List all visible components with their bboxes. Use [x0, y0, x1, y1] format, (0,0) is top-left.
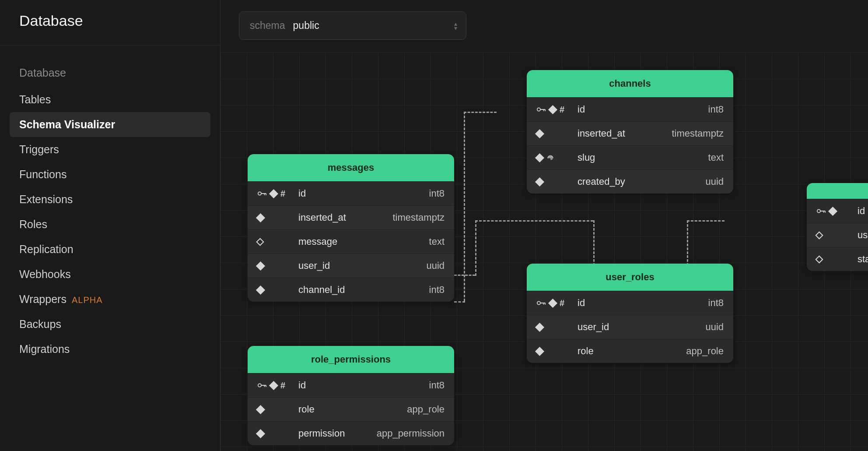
schema-selector[interactable]: schema public ▴▾	[239, 11, 466, 40]
column-type: text	[708, 152, 724, 163]
sidebar-item-label: Wrappers	[19, 293, 66, 306]
table-column-row[interactable]: user_iduuid	[248, 254, 454, 278]
table-card-messages[interactable]: messages#idint8inserted_attimestamptzmes…	[248, 154, 454, 302]
sidebar-item-webhooks[interactable]: Webhooks	[10, 262, 210, 287]
column-name: channel_id	[298, 284, 423, 296]
column-icons	[536, 324, 571, 331]
sidebar-item-schema-visualizer[interactable]: Schema Visualizer	[10, 112, 210, 137]
column-type: timestamptz	[672, 128, 724, 139]
not-null-icon	[257, 430, 264, 437]
column-type: timestamptz	[392, 212, 444, 223]
sidebar-item-functions[interactable]: Functions	[10, 162, 210, 187]
alpha-badge: ALPHA	[72, 295, 103, 305]
sidebar-item-backups[interactable]: Backups	[10, 312, 210, 337]
sidebar-item-label: Webhooks	[19, 268, 71, 281]
column-name: message	[298, 236, 423, 247]
column-icons	[257, 430, 292, 437]
nullable-icon	[816, 233, 822, 238]
table-column-row[interactable]: user_iduuid	[527, 315, 733, 339]
table-column-row[interactable]: inserted_attimestamptz	[248, 205, 454, 229]
unique-icon	[546, 154, 554, 162]
column-type: app_role	[686, 345, 724, 357]
sidebar-item-roles[interactable]: Roles	[10, 212, 210, 237]
chevron-up-down-icon: ▴▾	[454, 22, 457, 30]
edge	[464, 112, 497, 113]
column-type: text	[429, 236, 444, 247]
schema-canvas-wrap: schema public ▴▾	[220, 0, 868, 451]
sidebar-section-header: Database	[10, 60, 210, 87]
table-card-header[interactable]: role_permissions	[248, 346, 454, 373]
primary-key-icon	[257, 382, 267, 388]
sidebar-item-triggers[interactable]: Triggers	[10, 137, 210, 162]
table-card-users-partial[interactable]: idusesta	[807, 183, 868, 271]
table-card-channels[interactable]: channels#idint8inserted_attimestamptzslu…	[527, 70, 733, 194]
schema-canvas[interactable]: messages#idint8inserted_attimestamptzmes…	[220, 0, 868, 451]
table-card-user-roles[interactable]: user_roles#idint8user_iduuidroleapp_role	[527, 264, 733, 363]
not-null-icon	[257, 287, 264, 293]
table-column-row[interactable]: messagetext	[248, 229, 454, 254]
primary-key-icon	[816, 208, 826, 214]
table-column-row[interactable]: id	[807, 199, 868, 223]
column-type: int8	[708, 297, 724, 309]
column-type: uuid	[426, 260, 444, 271]
svg-point-0	[258, 192, 261, 195]
column-type: uuid	[705, 176, 724, 187]
column-icons	[816, 233, 851, 238]
column-name: inserted_at	[298, 212, 386, 223]
table-column-row[interactable]: permissionapp_permission	[248, 421, 454, 445]
identity-icon: #	[280, 189, 285, 199]
column-name: user_id	[578, 321, 699, 333]
table-card-role-permissions[interactable]: role_permissions#idint8roleapp_rolepermi…	[248, 346, 454, 445]
table-column-row[interactable]: roleapp_role	[248, 397, 454, 421]
not-null-icon	[830, 208, 836, 215]
table-card-header[interactable]	[807, 183, 868, 199]
not-null-icon	[536, 348, 543, 355]
table-column-row[interactable]: #idint8	[527, 97, 733, 121]
identity-icon: #	[560, 298, 564, 308]
column-name: sta	[858, 254, 868, 265]
not-null-icon	[257, 215, 264, 221]
svg-point-4	[537, 108, 540, 111]
column-type: int8	[429, 380, 444, 391]
sidebar-item-extensions[interactable]: Extensions	[10, 187, 210, 212]
sidebar-item-label: Roles	[19, 218, 47, 231]
table-column-row[interactable]: created_byuuid	[527, 169, 733, 194]
sidebar-item-label: Tables	[19, 93, 51, 106]
edge	[454, 275, 475, 276]
column-type: int8	[429, 188, 444, 199]
table-column-row[interactable]: roleapp_role	[527, 339, 733, 363]
column-icons	[536, 154, 571, 162]
table-column-row[interactable]: inserted_attimestamptz	[527, 121, 733, 145]
column-icons	[816, 208, 851, 215]
not-null-icon	[270, 382, 277, 389]
table-card-header[interactable]: user_roles	[527, 264, 733, 291]
table-column-row[interactable]: slugtext	[527, 145, 733, 169]
table-column-row[interactable]: channel_idint8	[248, 278, 454, 302]
column-icons	[816, 257, 851, 262]
edge	[475, 220, 593, 222]
column-name: id	[858, 205, 868, 217]
sidebar-item-label: Replication	[19, 243, 74, 256]
not-null-icon	[536, 179, 543, 185]
sidebar-item-tables[interactable]: Tables	[10, 87, 210, 112]
table-column-row[interactable]: #idint8	[527, 291, 733, 315]
primary-key-icon	[257, 190, 267, 197]
sidebar-item-migrations[interactable]: Migrations	[10, 337, 210, 362]
not-null-icon	[270, 190, 277, 197]
table-card-header[interactable]: messages	[248, 154, 454, 181]
sidebar-item-wrappers[interactable]: WrappersALPHA	[10, 287, 210, 312]
column-icons: #	[257, 381, 292, 391]
table-column-row[interactable]: sta	[807, 247, 868, 271]
svg-point-12	[258, 384, 261, 387]
table-column-row[interactable]: #idint8	[248, 373, 454, 397]
identity-icon: #	[560, 105, 564, 115]
not-null-icon	[550, 300, 556, 307]
table-column-row[interactable]: #idint8	[248, 181, 454, 205]
column-name: id	[578, 104, 702, 115]
toolbar: schema public ▴▾	[239, 11, 466, 40]
not-null-icon	[536, 155, 543, 161]
table-column-row[interactable]: use	[807, 223, 868, 247]
sidebar-item-replication[interactable]: Replication	[10, 237, 210, 262]
column-icons	[257, 263, 292, 269]
table-card-header[interactable]: channels	[527, 70, 733, 97]
